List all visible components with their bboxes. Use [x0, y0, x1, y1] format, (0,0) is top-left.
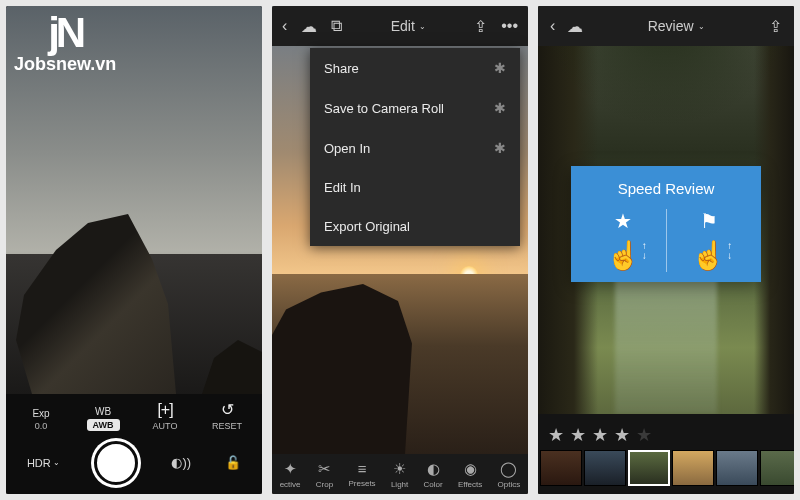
- share-icon[interactable]: ⇪: [769, 18, 782, 35]
- watermark: jN Jobsnew.vn: [14, 12, 116, 75]
- hdr-label: HDR: [27, 457, 51, 469]
- share-icon[interactable]: ⇪: [474, 17, 487, 36]
- tool-effects[interactable]: ◉Effects: [458, 460, 482, 489]
- menu-item-edit-in[interactable]: Edit In: [310, 168, 520, 207]
- back-icon[interactable]: ‹: [282, 17, 287, 35]
- color-icon: ◐: [427, 460, 440, 478]
- wb-value: AWB: [87, 419, 120, 431]
- focus-value: AUTO: [153, 421, 178, 431]
- gear-icon[interactable]: ✱: [494, 60, 506, 76]
- crop-frame-icon[interactable]: ⧉: [331, 17, 342, 35]
- star-icon[interactable]: ★: [636, 424, 652, 446]
- tool-presets[interactable]: ≡Presets: [348, 460, 375, 488]
- light-icon: ☀: [393, 460, 406, 478]
- edit-mode-dropdown[interactable]: Edit ⌄: [391, 18, 426, 34]
- filmstrip: [538, 450, 794, 486]
- tool-label: Color: [424, 480, 443, 489]
- exposure-value: 0.0: [35, 421, 48, 431]
- watermark-logo: jN: [48, 12, 82, 54]
- tool-label: Light: [391, 480, 408, 489]
- more-icon[interactable]: •••: [501, 17, 518, 35]
- chevron-down-icon: ⌄: [698, 22, 705, 31]
- camera-panel: jN Jobsnew.vn Exp 0.0 WB AWB [+] AUTO ↺ …: [6, 6, 262, 494]
- chevron-down-icon: ⌄: [419, 22, 426, 31]
- star-icon[interactable]: ★: [614, 424, 630, 446]
- speed-review-flag-column[interactable]: ⚑ ☝ ↑ ↓: [667, 209, 752, 272]
- raw-format-icon[interactable]: ◐)): [171, 455, 191, 470]
- edit-toolbar: ✦ective ✂Crop ≡Presets ☀Light ◐Color ◉Ef…: [272, 454, 528, 494]
- reset-label: RESET: [212, 421, 242, 431]
- tool-selective[interactable]: ✦ective: [280, 460, 301, 489]
- thumbnail[interactable]: [672, 450, 714, 486]
- tool-label: ective: [280, 480, 301, 489]
- camera-shutter-row: HDR ⌄ ◐)) 🔓: [10, 435, 258, 490]
- menu-item-open-in[interactable]: Open In ✱: [310, 128, 520, 168]
- edit-header: ‹ ☁ ⧉ Edit ⌄ ⇪ •••: [272, 6, 528, 46]
- lock-icon[interactable]: 🔓: [225, 455, 241, 470]
- tool-light[interactable]: ☀Light: [391, 460, 408, 489]
- review-header: ‹ ☁ Review ⌄ ⇪: [538, 6, 794, 46]
- effects-icon: ◉: [464, 460, 477, 478]
- thumbnail[interactable]: [584, 450, 626, 486]
- hdr-toggle[interactable]: HDR ⌄: [27, 457, 60, 469]
- exposure-control[interactable]: Exp 0.0: [19, 408, 63, 431]
- shutter-button[interactable]: [94, 441, 138, 485]
- menu-item-export-original[interactable]: Export Original: [310, 207, 520, 246]
- swipe-hand-icon: ☝ ↑ ↓: [691, 239, 726, 272]
- arrow-down-icon: ↓: [727, 251, 732, 261]
- star-rating[interactable]: ★ ★ ★ ★ ★: [538, 414, 794, 450]
- star-icon[interactable]: ★: [548, 424, 564, 446]
- review-bottom-bar: ★ ★ ★ ★ ★: [538, 414, 794, 494]
- swipe-hand-icon: ☝ ↑ ↓: [606, 239, 641, 272]
- review-mode-label: Review: [648, 18, 694, 34]
- flag-icon: ⚑: [700, 209, 718, 233]
- menu-item-label: Share: [324, 61, 359, 76]
- wb-label: WB: [95, 406, 111, 417]
- menu-item-label: Save to Camera Roll: [324, 101, 444, 116]
- tool-label: Optics: [498, 480, 521, 489]
- thumbnail[interactable]: [716, 450, 758, 486]
- thumbnail[interactable]: [540, 450, 582, 486]
- tool-label: Crop: [316, 480, 333, 489]
- cloud-sync-icon[interactable]: ☁: [567, 17, 583, 36]
- star-icon[interactable]: ★: [570, 424, 586, 446]
- tool-crop[interactable]: ✂Crop: [316, 460, 333, 489]
- gear-icon[interactable]: ✱: [494, 140, 506, 156]
- crop-icon: ✂: [318, 460, 331, 478]
- menu-item-label: Export Original: [324, 219, 410, 234]
- speed-review-rate-column[interactable]: ★ ☝ ↑ ↓: [581, 209, 666, 272]
- share-menu: Share ✱ Save to Camera Roll ✱ Open In ✱ …: [310, 48, 520, 246]
- reset-control[interactable]: ↺ RESET: [205, 400, 249, 431]
- watermark-site: Jobsnew.vn: [14, 54, 116, 75]
- thumbnail[interactable]: [760, 450, 794, 486]
- cloud-sync-icon[interactable]: ☁: [301, 17, 317, 36]
- white-balance-control[interactable]: WB AWB: [81, 406, 125, 431]
- review-mode-dropdown[interactable]: Review ⌄: [648, 18, 705, 34]
- review-panel: ‹ ☁ Review ⌄ ⇪ Speed Review ★ ☝ ↑ ↓: [538, 6, 794, 494]
- menu-item-save-camera-roll[interactable]: Save to Camera Roll ✱: [310, 88, 520, 128]
- selective-icon: ✦: [284, 460, 297, 478]
- reset-icon: ↺: [221, 400, 233, 419]
- menu-item-share[interactable]: Share ✱: [310, 48, 520, 88]
- thumbnail-selected[interactable]: [628, 450, 670, 486]
- focus-control[interactable]: [+] AUTO: [143, 401, 187, 431]
- gear-icon[interactable]: ✱: [494, 100, 506, 116]
- edit-mode-label: Edit: [391, 18, 415, 34]
- arrow-down-icon: ↓: [642, 251, 647, 261]
- camera-controls-bar: Exp 0.0 WB AWB [+] AUTO ↺ RESET HDR ⌄ ◐)…: [6, 394, 262, 494]
- chevron-down-icon: ⌄: [53, 458, 60, 467]
- review-photo-waterfall: [615, 274, 717, 414]
- optics-icon: ◯: [500, 460, 517, 478]
- edit-panel: ‹ ☁ ⧉ Edit ⌄ ⇪ ••• Share ✱ Save to Camer…: [272, 6, 528, 494]
- speed-review-overlay: Speed Review ★ ☝ ↑ ↓ ⚑ ☝ ↑: [571, 166, 761, 282]
- focus-icon: [+]: [157, 401, 172, 419]
- tool-label: Presets: [348, 479, 375, 488]
- back-icon[interactable]: ‹: [550, 17, 555, 36]
- menu-item-label: Open In: [324, 141, 370, 156]
- tool-optics[interactable]: ◯Optics: [498, 460, 521, 489]
- menu-item-label: Edit In: [324, 180, 361, 195]
- star-icon[interactable]: ★: [592, 424, 608, 446]
- tool-color[interactable]: ◐Color: [424, 460, 443, 489]
- star-icon: ★: [614, 209, 632, 233]
- presets-icon: ≡: [358, 460, 367, 477]
